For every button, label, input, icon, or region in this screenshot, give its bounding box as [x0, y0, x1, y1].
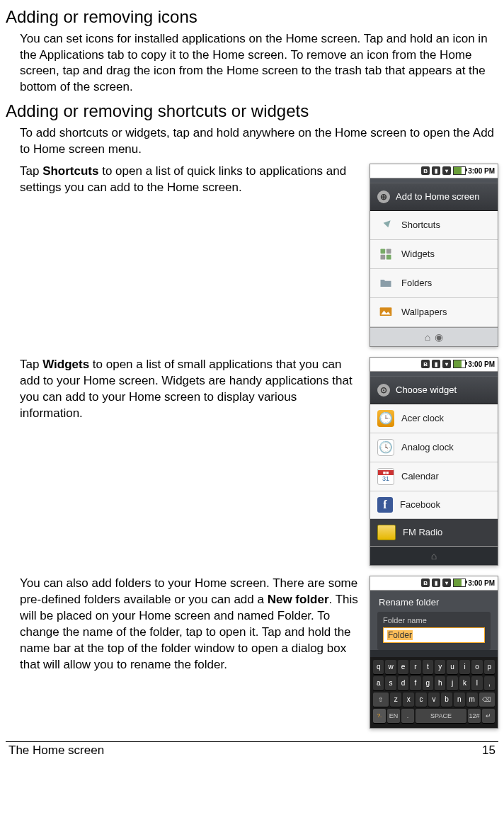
list-item-label: Analog clock — [401, 442, 454, 452]
key-numeric[interactable]: 12# — [468, 709, 481, 723]
rename-field-group: Folder name Folder — [377, 612, 491, 650]
key-a[interactable]: a — [373, 676, 384, 690]
wifi-icon: ▾ — [442, 579, 451, 587]
key-n[interactable]: n — [454, 693, 465, 707]
phone-nav-footer: ⌂ — [370, 546, 498, 565]
heading-adding-removing-icons: Adding or removing icons — [6, 7, 498, 27]
key-m[interactable]: m — [466, 693, 478, 707]
key-o[interactable]: o — [471, 660, 482, 674]
list-item-label: Acer clock — [401, 413, 444, 423]
list-item[interactable]: ■■31 Calendar — [370, 462, 498, 491]
add-icon: ⊕ — [377, 190, 390, 203]
choose-icon: ⊙ — [377, 384, 390, 397]
svg-rect-3 — [386, 255, 391, 260]
wifi-icon: ▾ — [442, 166, 451, 175]
text-fragment: Tap — [20, 164, 42, 178]
status-time: 3:00 PM — [468, 360, 495, 368]
key-space[interactable]: SPACE — [416, 709, 466, 723]
key-period[interactable]: . — [401, 709, 414, 723]
key-comma[interactable]: , — [484, 676, 495, 690]
folders-icon — [377, 275, 394, 292]
key-r[interactable]: r — [410, 660, 420, 674]
list-item-label: Widgets — [401, 249, 435, 259]
key-k[interactable]: k — [459, 676, 470, 690]
list-item-label: Facebook — [400, 499, 440, 510]
key-w[interactable]: w — [385, 660, 396, 674]
phone-nav-footer: ⌂ ◉ — [370, 327, 498, 346]
bluetooth-icon: B — [421, 166, 430, 175]
heading-adding-removing-shortcuts-widgets: Adding or removing shortcuts or widgets — [6, 101, 498, 121]
list-item[interactable]: f Facebook — [370, 491, 498, 519]
fm-radio-icon — [377, 525, 396, 540]
key-s[interactable]: s — [385, 676, 396, 690]
field-label: Folder name — [383, 616, 485, 625]
list-item[interactable]: Wallpapers — [370, 298, 498, 327]
dialog-header-label: Choose widget — [396, 384, 457, 395]
list-item[interactable]: Widgets — [370, 240, 498, 269]
screenshot-rename-folder: B ▮ ▾ 3:00 PM Rename folder Folder name … — [370, 576, 498, 729]
list-item[interactable]: FM Radio — [370, 519, 498, 546]
home-icon: ⌂ — [425, 331, 430, 343]
key-enter[interactable]: ↵ — [482, 709, 495, 723]
key-lang[interactable]: EN — [387, 709, 400, 723]
key-g[interactable]: g — [423, 676, 433, 690]
list-item[interactable]: Folders — [370, 269, 498, 298]
list-item-label: FM Radio — [403, 527, 442, 537]
list-item-label: Calendar — [401, 471, 439, 481]
status-bar: B ▮ ▾ 3:00 PM — [370, 576, 498, 591]
wallpapers-icon — [377, 304, 394, 321]
battery-icon — [453, 579, 466, 587]
key-backspace[interactable]: ⌫ — [479, 693, 495, 707]
list-item-label: Wallpapers — [401, 307, 447, 317]
dialog-header: ⊕ Add to Home screen — [370, 183, 498, 211]
key-x[interactable]: x — [403, 693, 414, 707]
key-f[interactable]: f — [410, 676, 420, 690]
dialog-header-label: Add to Home screen — [396, 191, 480, 202]
onscreen-keyboard: q w e r t y u i o p a s d f g h — [370, 657, 498, 728]
key-b[interactable]: b — [441, 693, 452, 707]
bluetooth-icon: B — [421, 360, 430, 368]
key-p[interactable]: p — [484, 660, 495, 674]
bold-new-folder: New folder — [268, 593, 329, 606]
list-item-label: Shortcuts — [401, 220, 440, 230]
para-icons: You can set icons for installed applicat… — [20, 31, 498, 96]
key-i[interactable]: i — [459, 660, 470, 674]
folder-name-input[interactable]: Folder — [383, 627, 485, 643]
list-item[interactable]: 🕓 Analog clock — [370, 433, 498, 462]
key-c[interactable]: c — [416, 693, 427, 707]
status-bar: B ▮ ▾ 3:00 PM — [370, 164, 498, 178]
key-q[interactable]: q — [373, 660, 384, 674]
key-l[interactable]: l — [471, 676, 482, 690]
status-time: 3:00 PM — [468, 167, 495, 175]
key-j[interactable]: j — [447, 676, 457, 690]
acer-clock-icon: 🕒 — [377, 410, 394, 427]
key-z[interactable]: z — [390, 693, 401, 707]
key-u[interactable]: u — [447, 660, 457, 674]
key-t[interactable]: t — [423, 660, 433, 674]
dialog-title: Rename folder — [370, 591, 498, 612]
key-e[interactable]: e — [398, 660, 408, 674]
key-v[interactable]: v — [428, 693, 440, 707]
status-bar: B ▮ ▾ 3:00 PM — [370, 358, 498, 372]
svg-rect-1 — [386, 249, 391, 253]
list-item[interactable]: Shortcuts — [370, 211, 498, 240]
key-h[interactable]: h — [435, 676, 445, 690]
para-folders: You can also add folders to your Home sc… — [20, 576, 361, 673]
bold-shortcuts: Shortcuts — [42, 164, 98, 178]
signal-icon: ▮ — [432, 166, 440, 175]
key-shift[interactable]: ⇧ — [373, 693, 389, 707]
screenshot-choose-widget: B ▮ ▾ 3:00 PM ⊙ Choose widget 🕒 Acer clo… — [370, 357, 498, 566]
key-y[interactable]: y — [435, 660, 445, 674]
page-number: 15 — [482, 743, 496, 758]
page-rule — [6, 741, 498, 742]
key-d[interactable]: d — [398, 676, 408, 690]
footer-section-title: The Home screen — [8, 743, 104, 758]
bold-widgets: Widgets — [42, 358, 89, 371]
home-icon: ⌂ — [431, 550, 437, 562]
dialog-header: ⊙ Choose widget — [370, 376, 498, 404]
list-item-label: Folders — [401, 278, 432, 288]
list-item[interactable]: 🕒 Acer clock — [370, 404, 498, 433]
battery-icon — [453, 360, 466, 368]
battery-icon — [453, 166, 466, 175]
key-symbols[interactable]: ?. — [373, 709, 386, 723]
